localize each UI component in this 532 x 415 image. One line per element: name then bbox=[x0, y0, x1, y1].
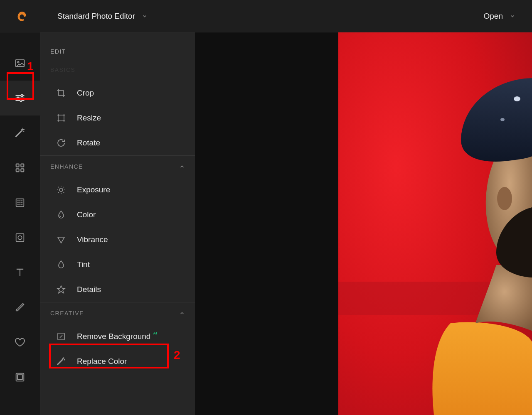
rail-image[interactable] bbox=[0, 46, 40, 81]
workspace: EDIT BASICS Crop Resize Rotate ENHANCE E… bbox=[0, 32, 532, 415]
panel-title: EDIT bbox=[40, 48, 195, 66]
sliders-icon bbox=[14, 92, 26, 104]
circle-frame-icon bbox=[14, 232, 26, 243]
drop-icon bbox=[56, 210, 66, 220]
tool-details[interactable]: Details bbox=[40, 277, 195, 302]
texture-icon bbox=[14, 197, 26, 209]
tool-replace-color[interactable]: Replace Color bbox=[40, 349, 195, 374]
tool-replace-color-label: Replace Color bbox=[77, 357, 127, 366]
remove-bg-icon bbox=[56, 332, 66, 341]
sun-icon bbox=[56, 185, 66, 195]
tool-remove-background[interactable]: Remove Background AI bbox=[40, 324, 195, 349]
tool-vibrance[interactable]: Vibrance bbox=[40, 227, 195, 252]
sharpen-icon bbox=[56, 285, 66, 295]
rotate-icon bbox=[56, 138, 66, 148]
tool-vibrance-label: Vibrance bbox=[77, 235, 108, 244]
tool-crop-label: Crop bbox=[77, 88, 94, 98]
tool-tint[interactable]: Tint bbox=[40, 252, 195, 277]
rail-edit[interactable] bbox=[0, 81, 40, 115]
tool-tint-label: Tint bbox=[77, 260, 90, 269]
section-creative-header[interactable]: CREATIVE bbox=[40, 302, 195, 324]
heart-icon bbox=[14, 336, 26, 348]
resize-icon bbox=[56, 113, 66, 123]
svg-point-30 bbox=[64, 359, 65, 360]
tool-resize[interactable]: Resize bbox=[40, 106, 195, 130]
rail-collage[interactable] bbox=[0, 150, 40, 185]
edit-panel: EDIT BASICS Crop Resize Rotate ENHANCE E… bbox=[40, 32, 195, 415]
ai-badge: AI bbox=[153, 331, 157, 335]
rail-texture[interactable] bbox=[0, 185, 40, 220]
svg-point-20 bbox=[20, 204, 20, 205]
svg-point-18 bbox=[22, 202, 22, 203]
tool-exposure-label: Exposure bbox=[77, 185, 110, 194]
svg-point-23 bbox=[18, 236, 22, 239]
svg-rect-9 bbox=[21, 164, 24, 167]
app-logo bbox=[17, 11, 27, 22]
svg-point-35 bbox=[497, 187, 512, 210]
open-dropdown[interactable]: Open bbox=[484, 12, 515, 21]
svg-point-1 bbox=[17, 61, 19, 63]
svg-rect-8 bbox=[16, 164, 19, 167]
svg-point-5 bbox=[21, 95, 23, 97]
triangle-icon bbox=[56, 235, 66, 245]
wand-icon bbox=[14, 127, 26, 139]
tool-rotate-label: Rotate bbox=[77, 138, 100, 147]
frames-icon bbox=[14, 371, 26, 383]
rail-favorites[interactable] bbox=[0, 325, 40, 360]
svg-rect-22 bbox=[16, 234, 24, 242]
chevron-up-icon bbox=[179, 310, 185, 316]
chevron-down-icon bbox=[510, 13, 515, 19]
tool-details-label: Details bbox=[77, 285, 101, 294]
rail-effects[interactable] bbox=[0, 115, 40, 150]
topbar: Standard Photo Editor Open bbox=[0, 0, 532, 32]
brush-icon bbox=[14, 302, 26, 313]
chevron-down-icon bbox=[142, 13, 148, 19]
svg-point-15 bbox=[22, 201, 22, 201]
tool-rail bbox=[0, 32, 40, 415]
rail-text[interactable] bbox=[0, 255, 40, 290]
svg-rect-10 bbox=[16, 169, 19, 172]
section-basics-label: BASICS bbox=[50, 66, 75, 73]
svg-point-17 bbox=[20, 202, 20, 203]
tool-rotate[interactable]: Rotate bbox=[40, 130, 195, 155]
tool-remove-background-label: Remove Background bbox=[77, 332, 150, 341]
section-enhance-header[interactable]: ENHANCE bbox=[40, 156, 195, 177]
tool-exposure[interactable]: Exposure bbox=[40, 177, 195, 202]
replace-color-icon bbox=[56, 356, 66, 366]
svg-point-19 bbox=[18, 204, 18, 205]
rail-frames[interactable] bbox=[0, 360, 40, 395]
svg-rect-25 bbox=[17, 375, 22, 380]
section-basics-header[interactable]: BASICS bbox=[40, 66, 195, 81]
text-icon bbox=[14, 267, 26, 278]
image-icon bbox=[14, 57, 26, 69]
svg-point-33 bbox=[514, 96, 520, 101]
editor-mode-label: Standard Photo Editor bbox=[57, 12, 135, 21]
svg-rect-26 bbox=[58, 115, 64, 121]
svg-point-34 bbox=[500, 118, 505, 121]
svg-point-13 bbox=[18, 201, 18, 201]
editor-mode-dropdown[interactable]: Standard Photo Editor bbox=[57, 12, 148, 21]
svg-point-29 bbox=[63, 358, 64, 359]
tool-color[interactable]: Color bbox=[40, 202, 195, 227]
crop-icon bbox=[56, 88, 66, 98]
rail-draw[interactable] bbox=[0, 290, 40, 325]
tool-color-label: Color bbox=[77, 210, 96, 219]
tint-icon bbox=[56, 260, 66, 270]
section-enhance-label: ENHANCE bbox=[50, 163, 83, 170]
svg-point-21 bbox=[22, 204, 22, 205]
svg-rect-11 bbox=[21, 169, 24, 172]
svg-point-6 bbox=[17, 97, 19, 99]
svg-point-14 bbox=[20, 201, 20, 201]
svg-point-16 bbox=[18, 202, 18, 203]
tool-resize-label: Resize bbox=[77, 113, 101, 123]
chevron-up-icon bbox=[179, 164, 185, 169]
open-label: Open bbox=[484, 12, 503, 21]
section-creative-label: CREATIVE bbox=[50, 310, 84, 317]
svg-point-27 bbox=[59, 188, 63, 192]
rail-vignette[interactable] bbox=[0, 220, 40, 255]
grid-icon bbox=[14, 162, 26, 174]
photo-preview bbox=[338, 32, 532, 415]
tool-crop[interactable]: Crop bbox=[40, 81, 195, 106]
svg-point-7 bbox=[20, 100, 22, 102]
canvas[interactable] bbox=[195, 32, 532, 415]
